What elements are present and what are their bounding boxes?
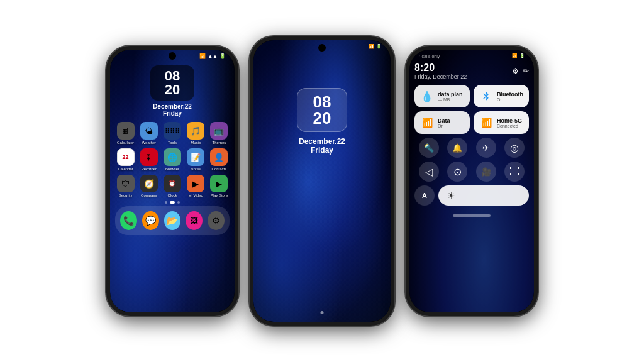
focus-btn[interactable]: ◎ [504, 138, 525, 158]
app-music-label: Music [191, 141, 201, 145]
signal-bars-icon: 📶 [420, 116, 434, 129]
app-browser[interactable]: 🌐 Browser [162, 148, 182, 171]
auto-bright-btn[interactable]: A [414, 185, 435, 206]
scan-btn[interactable]: ⊙ [447, 162, 467, 182]
wifi-icon3: 🔋 [519, 53, 525, 58]
tile-bt-subtitle: On [497, 97, 523, 102]
tile-wifi[interactable]: 📶 Home-5G Connected [474, 111, 529, 134]
dot3 [177, 201, 180, 204]
tile-data-plan[interactable]: 💧 data plan — MB [414, 85, 470, 107]
tile-bluetooth[interactable]: Bluetooth On [474, 85, 529, 107]
app-calculator[interactable]: 🖩 Calculator [115, 122, 136, 145]
app-playstore-icon: ▶ [210, 175, 228, 192]
control-time-date: 8:20 Friday, December 22 [414, 62, 467, 80]
wifi-tile-icon: 📶 [479, 116, 493, 129]
flashlight-btn[interactable]: 🔦 [419, 138, 439, 158]
fullscreen-btn[interactable]: ⛶ [504, 162, 525, 182]
app-calendar-label: Calendar [118, 167, 133, 171]
app-browser-icon: 🌐 [164, 148, 181, 166]
app-mivideo-icon: ▶ [187, 175, 204, 192]
airplane-btn[interactable]: ✈ [476, 138, 496, 158]
phone2-status-bar: 📶 🔋 [253, 40, 391, 50]
app-grid-row1: 🖩 Calculator 🌤 Weather ⠿⠿⠿ Tools 🎵 Music… [110, 122, 235, 145]
edit-icon[interactable]: ✏ [523, 67, 529, 75]
app-notes[interactable]: 📝 Notes [186, 148, 206, 171]
phone2-date-display: December.22 Friday [253, 137, 391, 155]
video-btn[interactable]: 🎥 [476, 162, 496, 182]
dock-phone[interactable]: 📞 [120, 211, 137, 230]
app-themes-icon: 📺 [210, 122, 228, 140]
settings-gear-icon[interactable]: ⚙ [512, 67, 519, 75]
tile-wifi-subtitle: Connected [497, 124, 523, 128]
app-notes-label: Notes [191, 167, 201, 171]
wifi-icon2: 🔋 [376, 44, 382, 49]
app-mivideo[interactable]: ▶ Mi Video [186, 175, 206, 197]
app-grid-row2: 22 Calendar 🎙 Recorder 🌐 Browser 📝 Notes… [110, 148, 235, 171]
icon-row-2: ◁ ⊙ 🎥 ⛶ [414, 162, 529, 182]
bell-btn[interactable]: 🔔 [447, 138, 467, 158]
app-security-label: Security [119, 194, 133, 197]
phone2-date: December.22 [253, 137, 391, 146]
signal-icon3: 📶 [512, 53, 518, 58]
control-time: 8:20 [414, 62, 467, 74]
icon-row-1: 🔦 🔔 ✈ ◎ [414, 138, 529, 158]
app-contacts[interactable]: 👤 Contacts [209, 148, 230, 171]
clock-minute: 20 [155, 83, 189, 97]
dock-gallery[interactable]: 🖼 [186, 211, 203, 230]
control-panel: 8:20 Friday, December 22 ⚙ ✏ 💧 data plan [409, 60, 534, 212]
app-playstore[interactable]: ▶ Play Store [209, 175, 230, 197]
app-recorder[interactable]: 🎙 Recorder [138, 148, 159, 171]
control-date: Friday, December 22 [414, 74, 467, 80]
brightness-bar[interactable]: ☀ [438, 185, 529, 206]
dot1 [165, 201, 167, 204]
app-calendar[interactable]: 22 Calendar [115, 148, 136, 171]
tile-signal-title: Data [438, 118, 464, 124]
app-tools[interactable]: ⠿⠿⠿ Tools [162, 122, 182, 145]
app-browser-label: Browser [165, 167, 179, 171]
phone2: 📶 🔋 08 20 December.22 Friday [250, 36, 394, 326]
app-security[interactable]: 🛡 Security [115, 175, 136, 197]
app-weather-icon: 🌤 [140, 122, 158, 140]
tile-signal[interactable]: 📶 Data On [414, 111, 470, 134]
tile-data-info: data plan — MB [438, 91, 464, 102]
signal-icons3: 📶 🔋 [512, 53, 525, 58]
status-calls: ↑ calls only [418, 54, 440, 58]
phone2-bottom-dot [321, 311, 324, 314]
app-themes[interactable]: 📺 Themes [209, 122, 230, 145]
control-header-icons: ⚙ ✏ [512, 67, 529, 75]
app-recorder-label: Recorder [141, 167, 157, 171]
phone3-wrapper: ↑ calls only 📶 🔋 8:20 Friday, December 2… [406, 46, 538, 316]
app-compass[interactable]: 🧭 Compass [138, 175, 159, 197]
app-contacts-label: Contacts [212, 167, 227, 171]
phone3-status-bar: ↑ calls only 📶 🔋 [409, 50, 534, 60]
dock-messages[interactable]: 💬 [142, 211, 159, 230]
dot2-active [170, 201, 175, 204]
dock-settings[interactable]: ⚙ [208, 211, 225, 230]
app-calendar-icon: 22 [117, 148, 135, 166]
phone1-day: Friday [110, 110, 235, 117]
bluetooth-icon [479, 89, 493, 103]
app-calculator-label: Calculator [117, 141, 134, 145]
tile-signal-subtitle: On [438, 124, 464, 128]
phone1-clock-widget: 08 20 [150, 65, 194, 101]
app-weather[interactable]: 🌤 Weather [138, 122, 159, 145]
app-music[interactable]: 🎵 Music [186, 122, 206, 145]
app-calculator-icon: 🖩 [117, 122, 135, 140]
phone3-home-indicator [453, 214, 491, 217]
tile-data-subtitle: — MB [438, 97, 464, 102]
battery-icon: 🔋 [219, 53, 226, 59]
tile-wifi-info: Home-5G Connected [497, 118, 523, 128]
app-clock-label: Clock [167, 194, 177, 197]
app-grid-row3: 🛡 Security 🧭 Compass ⏰ Clock ▶ Mi Video … [110, 175, 235, 197]
dock-files[interactable]: 📂 [164, 211, 181, 230]
wifi-icon: ▲▲ [208, 53, 218, 59]
phone1-date: December.22 [110, 103, 235, 110]
location-btn[interactable]: ◁ [419, 162, 439, 182]
app-compass-icon: 🧭 [140, 175, 158, 192]
signal-icons2: 📶 🔋 [369, 44, 382, 49]
clock2-hour: 08 [304, 94, 340, 110]
app-playstore-label: Play Store [211, 194, 228, 197]
signal-icon: 📶 [199, 53, 206, 59]
phone1-date-display: December.22 Friday [110, 103, 235, 117]
app-clock[interactable]: ⏰ Clock [162, 175, 182, 197]
